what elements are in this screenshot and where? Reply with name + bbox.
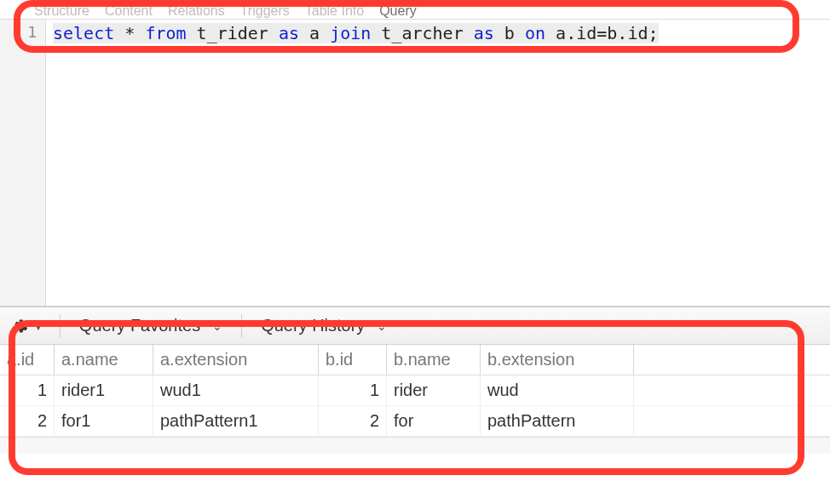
chevron-down-icon: ⌄	[212, 319, 222, 333]
tab-query[interactable]: Query	[379, 3, 417, 19]
cell-aext[interactable]: pathPattern1	[153, 406, 319, 436]
sql-text: t_rider	[187, 23, 279, 43]
tab-tableinfo[interactable]: Table Info	[305, 3, 364, 19]
sql-editor-area: 1 select * from t_rider as a join t_arch…	[0, 19, 830, 306]
results-panel: ▼ Query Favorites ⌄ Query History ⌄ a.id…	[0, 306, 830, 454]
toolbar-separator	[60, 314, 61, 338]
sql-text: b	[494, 23, 525, 43]
sql-text: *	[114, 23, 145, 43]
sql-text: t_archer	[371, 23, 473, 43]
editor-gutter: 1	[0, 20, 46, 306]
results-grid: a.id a.name a.extension b.id b.name b.ex…	[0, 345, 830, 454]
grid-header: a.id a.name a.extension b.id b.name b.ex…	[0, 345, 830, 375]
sql-keyword: as	[474, 23, 494, 43]
sql-keyword: on	[525, 23, 545, 43]
sql-text: a.id=b.id;	[545, 23, 658, 43]
chevron-down-icon: ▼	[32, 319, 44, 333]
column-header-aid[interactable]: a.id	[0, 345, 55, 375]
cell-aid[interactable]: 2	[0, 406, 55, 436]
tab-content[interactable]: Content	[105, 3, 153, 19]
table-row[interactable]: 2 for1 pathPattern1 2 for pathPattern	[0, 406, 830, 437]
results-toolbar: ▼ Query Favorites ⌄ Query History ⌄	[0, 307, 830, 345]
sql-keyword: as	[279, 23, 299, 43]
gear-icon	[14, 318, 29, 334]
sql-keyword: select	[53, 23, 114, 43]
sql-text: a	[299, 23, 330, 43]
sql-keyword: join	[330, 23, 371, 43]
cell-aname[interactable]: for1	[55, 406, 153, 436]
column-header-bid[interactable]: b.id	[319, 345, 387, 375]
cell-bname[interactable]: rider	[387, 375, 481, 405]
column-header-aext[interactable]: a.extension	[153, 345, 319, 375]
sql-editor[interactable]: select * from t_rider as a join t_archer…	[46, 20, 830, 306]
line-number: 1	[0, 23, 37, 41]
grid-footer	[0, 437, 830, 454]
top-tabs: Structure Content Relations Triggers Tab…	[0, 0, 830, 19]
toolbar-separator	[241, 314, 242, 338]
column-header-bname[interactable]: b.name	[387, 345, 481, 375]
column-header-bext[interactable]: b.extension	[481, 345, 634, 375]
cell-bext[interactable]: wud	[481, 375, 634, 405]
cell-bname[interactable]: for	[387, 406, 481, 436]
cell-aext[interactable]: wud1	[153, 375, 319, 405]
column-header-aname[interactable]: a.name	[55, 345, 153, 375]
tab-relations[interactable]: Relations	[168, 3, 225, 19]
query-history-label: Query History	[261, 316, 365, 335]
gear-menu-button[interactable]: ▼	[9, 317, 49, 335]
sql-keyword: from	[145, 23, 186, 43]
grid-body: 1 rider1 wud1 1 rider wud 2 for1 pathPat…	[0, 375, 830, 437]
tab-triggers[interactable]: Triggers	[240, 3, 290, 19]
cell-aid[interactable]: 1	[0, 375, 55, 405]
table-row[interactable]: 1 rider1 wud1 1 rider wud	[0, 375, 830, 406]
query-favorites-dropdown[interactable]: Query Favorites ⌄	[71, 316, 231, 335]
cell-bid[interactable]: 2	[319, 406, 387, 436]
query-history-dropdown[interactable]: Query History ⌄	[252, 316, 395, 335]
cell-bid[interactable]: 1	[319, 375, 387, 405]
cell-bext[interactable]: pathPattern	[481, 406, 634, 436]
tab-structure[interactable]: Structure	[34, 3, 89, 19]
cell-aname[interactable]: rider1	[55, 375, 153, 405]
chevron-down-icon: ⌄	[377, 319, 387, 333]
query-favorites-label: Query Favorites	[79, 316, 200, 335]
